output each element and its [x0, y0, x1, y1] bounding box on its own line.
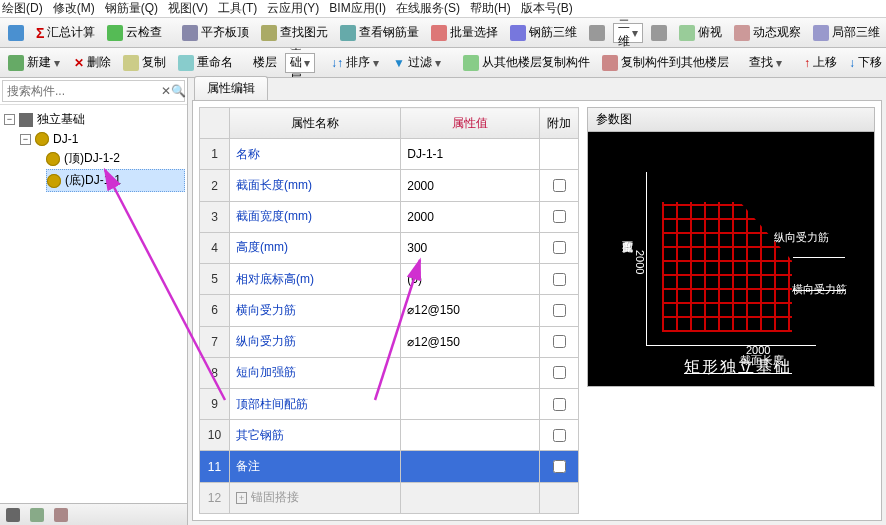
- grid-row[interactable]: 12+锚固搭接: [200, 482, 579, 513]
- extra-checkbox[interactable]: [553, 210, 566, 223]
- col-name: 属性名称: [229, 108, 400, 139]
- status-icon-1[interactable]: [6, 508, 20, 522]
- row-number: 9: [200, 388, 230, 419]
- floor-combo[interactable]: 基础层▾: [285, 53, 315, 73]
- menu-draw[interactable]: 绘图(D): [2, 0, 43, 17]
- prop-value[interactable]: [401, 451, 540, 482]
- extra-checkbox[interactable]: [553, 335, 566, 348]
- prop-name: 高度(mm): [229, 232, 400, 263]
- grid-row[interactable]: 9顶部柱间配筋: [200, 388, 579, 419]
- move-down-button[interactable]: ↓下移: [845, 52, 886, 73]
- aerial-button[interactable]: 俯视: [675, 22, 726, 43]
- collapse-icon[interactable]: −: [4, 114, 15, 125]
- menu-view[interactable]: 视图(V): [168, 0, 208, 17]
- prop-name: +锚固搭接: [229, 482, 400, 513]
- batch-select-button[interactable]: 批量选择: [427, 22, 502, 43]
- col-extra: 附加: [540, 108, 579, 139]
- label-horizontal-rebar: 横向受力筋: [792, 282, 847, 297]
- local-3d-button[interactable]: 局部三维: [809, 22, 884, 43]
- tree-node-dj1[interactable]: − DJ-1: [20, 130, 185, 148]
- menu-rebar[interactable]: 钢筋量(Q): [105, 0, 158, 17]
- extra-checkbox[interactable]: [553, 366, 566, 379]
- col-rownum: [200, 108, 230, 139]
- menu-online[interactable]: 在线服务(S): [396, 0, 460, 17]
- delete-button[interactable]: ✕删除: [70, 52, 115, 73]
- prop-value[interactable]: ⌀12@150: [401, 295, 540, 326]
- next-button[interactable]: [647, 23, 671, 43]
- menu-tools[interactable]: 工具(T): [218, 0, 257, 17]
- collapse-icon[interactable]: −: [20, 134, 31, 145]
- view-rebar-button[interactable]: 查看钢筋量: [336, 22, 423, 43]
- find-button[interactable]: 查找▾: [745, 52, 788, 73]
- prop-name: 短向加强筋: [229, 357, 400, 388]
- grid-row[interactable]: 5相对底标高(m)(0): [200, 264, 579, 295]
- search-box[interactable]: ✕ 🔍: [2, 80, 185, 102]
- tree-root[interactable]: − 独立基础: [4, 109, 185, 130]
- grid-row[interactable]: 4高度(mm)300: [200, 232, 579, 263]
- copy-from-other-button[interactable]: 从其他楼层复制构件: [459, 52, 594, 73]
- extra-checkbox[interactable]: [553, 179, 566, 192]
- tab-property-edit[interactable]: 属性编辑: [194, 76, 268, 100]
- move-up-button[interactable]: ↑上移: [800, 52, 841, 73]
- grid-row[interactable]: 8短向加强筋: [200, 357, 579, 388]
- prop-value[interactable]: [401, 482, 540, 513]
- menu-bim[interactable]: BIM应用(I): [329, 0, 386, 17]
- property-grid: 属性名称 属性值 附加 1名称DJ-1-12截面长度(mm)20003截面宽度(…: [199, 107, 579, 514]
- search-input[interactable]: [3, 84, 161, 98]
- sum-calc-button[interactable]: Σ汇总计算: [32, 22, 99, 43]
- menu-modify[interactable]: 修改(M): [53, 0, 95, 17]
- grid-row[interactable]: 2截面长度(mm)2000: [200, 170, 579, 201]
- extra-checkbox[interactable]: [553, 398, 566, 411]
- prop-value[interactable]: (0): [401, 264, 540, 295]
- grid-row[interactable]: 10其它钢筋: [200, 420, 579, 451]
- extra-checkbox[interactable]: [553, 241, 566, 254]
- prop-value[interactable]: DJ-1-1: [401, 139, 540, 170]
- tree-node-top[interactable]: (顶)DJ-1-2: [46, 148, 185, 169]
- nav-prev-button[interactable]: [585, 23, 609, 43]
- prop-name: 其它钢筋: [229, 420, 400, 451]
- prop-value[interactable]: 300: [401, 232, 540, 263]
- extra-checkbox[interactable]: [553, 273, 566, 286]
- grid-row[interactable]: 7纵向受力筋⌀12@150: [200, 326, 579, 357]
- dyn-observe-button[interactable]: 动态观察: [730, 22, 805, 43]
- extra-checkbox[interactable]: [553, 304, 566, 317]
- rename-button[interactable]: 重命名: [174, 52, 237, 73]
- prop-value[interactable]: 2000: [401, 170, 540, 201]
- preview-panel: 参数图 截面宽度 2000 2000 截面长度 纵向受力筋 横向受力筋 矩形独立…: [587, 107, 875, 514]
- row-number: 2: [200, 170, 230, 201]
- menu-cloud[interactable]: 云应用(Y): [267, 0, 319, 17]
- preview-canvas[interactable]: 截面宽度 2000 2000 截面长度 纵向受力筋 横向受力筋 矩形独立基础: [587, 131, 875, 387]
- tree-node-bottom[interactable]: (底)DJ-1-1: [46, 169, 185, 192]
- search-clear-icon[interactable]: ✕: [161, 84, 171, 98]
- menu-version[interactable]: 版本号(B): [521, 0, 573, 17]
- copy-button[interactable]: 复制: [119, 52, 170, 73]
- copy-to-other-button[interactable]: 复制构件到其他楼层: [598, 52, 733, 73]
- status-icon-3[interactable]: [54, 508, 68, 522]
- prop-extra: [540, 232, 579, 263]
- filter-button[interactable]: ▼过滤▾: [389, 52, 447, 73]
- menu-help[interactable]: 帮助(H): [470, 0, 511, 17]
- grid-row[interactable]: 6横向受力筋⌀12@150: [200, 295, 579, 326]
- search-icon[interactable]: 🔍: [171, 84, 186, 98]
- sort-button[interactable]: ↓↑排序▾: [327, 52, 385, 73]
- prop-extra: [540, 326, 579, 357]
- extra-checkbox[interactable]: [553, 429, 566, 442]
- grid-row[interactable]: 1名称DJ-1-1: [200, 139, 579, 170]
- prop-value[interactable]: 2000: [401, 201, 540, 232]
- prop-value[interactable]: ⌀12@150: [401, 326, 540, 357]
- new-button[interactable]: 新建▾: [4, 52, 66, 73]
- table-icon-button[interactable]: [4, 23, 28, 43]
- grid-row[interactable]: 11备注: [200, 451, 579, 482]
- grid-row[interactable]: 3截面宽度(mm)2000: [200, 201, 579, 232]
- prop-value[interactable]: [401, 420, 540, 451]
- extra-checkbox[interactable]: [553, 460, 566, 473]
- rebar-3d-button[interactable]: 钢筋三维: [506, 22, 581, 43]
- level-top-button[interactable]: 平齐板顶: [178, 22, 253, 43]
- find-elem-button[interactable]: 查找图元: [257, 22, 332, 43]
- view-mode-combo[interactable]: 二维▾: [613, 23, 643, 43]
- cloud-check-button[interactable]: 云检查: [103, 22, 166, 43]
- prop-name: 名称: [229, 139, 400, 170]
- prop-value[interactable]: [401, 357, 540, 388]
- prop-value[interactable]: [401, 388, 540, 419]
- status-icon-2[interactable]: [30, 508, 44, 522]
